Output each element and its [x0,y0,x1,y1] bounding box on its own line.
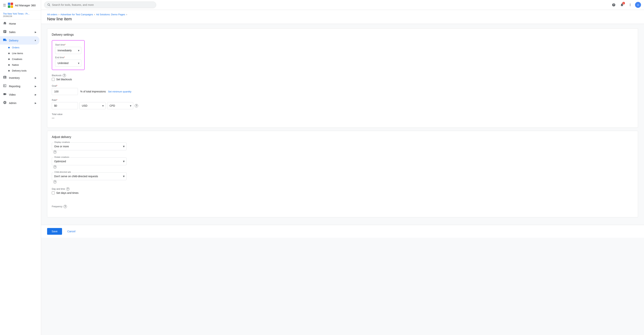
day-time-checkbox-label[interactable]: Set days and times [56,191,78,194]
blackouts-help-icon[interactable]: ? [62,74,66,77]
sidebar-subitem-native-label: Native [12,63,19,66]
sidebar-item-sales-label: Sales [9,31,16,34]
goal-suffix: % of total impressions [80,90,106,93]
day-time-help-icon[interactable]: ? [66,187,70,191]
child-directed-select[interactable]: Don't serve on child-directed requests S… [52,172,126,180]
account-id: 29390238 [3,15,38,17]
day-time-field-group: Day and time ? Set days and times [52,187,126,197]
currency-select[interactable]: USD EUR GBP [80,102,106,109]
reporting-icon [3,84,7,88]
breadcrumb-all-orders[interactable]: All orders [47,13,57,16]
admin-expand-icon: ▶ [35,102,36,104]
video-icon [3,92,7,97]
search-input[interactable] [52,3,153,6]
sidebar-item-delivery[interactable]: Delivery ▼ [0,36,40,45]
rate-help-icon[interactable]: ? [135,104,138,107]
svg-rect-1 [11,2,13,5]
rotate-creatives-label: Rotate creatives [54,156,70,158]
page-title: New line item [47,17,638,21]
rate-input[interactable] [52,102,78,109]
end-time-field-group: End time* Unlimited Custom ▾ [55,56,81,67]
goal-field-group: Goal* % of total impressions Set minimum… [52,85,633,95]
blackouts-label: Blackouts ? [52,74,633,77]
child-directed-help-icon[interactable]: ? [53,180,57,184]
line-items-dot [8,53,10,54]
help-button[interactable] [610,1,617,8]
creatives-dot [8,58,10,60]
breadcrumb-sep-1: › [58,13,60,16]
sidebar-subitem-orders-label: Orders [12,46,20,49]
sidebar-subitem-orders[interactable]: Orders [0,45,40,50]
orders-dot [8,47,10,48]
page-header: All orders › Advertiser for Test Campaig… [41,10,644,24]
inventory-icon [3,75,7,80]
sidebar-subitem-line-items-label: Line items [12,52,23,55]
rate-type-select[interactable]: CPD CPM CPC CPv vCPM Fixed [107,102,133,109]
sales-expand-icon: ▶ [35,31,36,33]
sidebar-item-delivery-label: Delivery [9,39,18,42]
sidebar-item-home[interactable]: Home [0,19,40,28]
sidebar-item-sales[interactable]: Sales ▶ [0,28,40,36]
search-icon [47,3,50,6]
blackouts-checkbox-label[interactable]: Set blackouts [56,78,72,81]
day-time-checkbox[interactable] [52,191,55,194]
sidebar-subitem-creatives[interactable]: Creatives [0,56,40,62]
set-minimum-quantity-link[interactable]: Set minimum quantity [108,90,132,93]
reporting-expand-icon: ▶ [35,85,36,88]
topbar-actions: 3 A [610,1,641,8]
blackouts-checkbox[interactable] [52,78,55,81]
blackouts-checkbox-row: Set blackouts [52,78,633,81]
breadcrumb-ad-solutions[interactable]: Ad Solutions: Demo Pages [96,13,125,16]
menu-icon[interactable]: ☰ [3,3,6,7]
more-options-button[interactable] [627,1,634,8]
save-button[interactable]: Save [47,228,62,235]
notifications-button[interactable]: 3 [618,1,625,8]
display-creatives-help-icon[interactable]: ? [53,150,57,154]
frequency-field-group: Frequency ? [52,205,126,209]
delivery-tools-dot [8,70,10,71]
breadcrumb-advertiser[interactable]: Advertiser for Test Campaigns [60,13,93,16]
rate-type-select-wrapper: CPD CPM CPC CPv vCPM Fixed ▾ [107,102,133,109]
frequency-label: Frequency ? [52,205,126,208]
notification-badge: 3 [622,2,625,4]
end-time-select[interactable]: Unlimited Custom [55,59,81,67]
child-directed-ads-field: Child-directed ads Don't serve on child-… [52,172,126,184]
form-footer: Save Cancel [41,225,644,238]
rotate-creatives-help-icon[interactable]: ? [53,165,57,169]
breadcrumb: All orders › Advertiser for Test Campaig… [47,13,638,16]
svg-rect-3 [11,5,13,8]
start-time-select-wrapper: Immediately Custom ▾ [55,47,81,54]
sidebar-item-reporting[interactable]: Reporting ▶ [0,82,40,90]
rate-row: USD EUR GBP ▾ CPD CPM CPC CPv [52,102,633,109]
sidebar-subitem-line-items[interactable]: Line items [0,50,40,56]
sidebar-subitem-delivery-tools[interactable]: Delivery tools [0,68,40,74]
frequency-help-icon[interactable]: ? [64,205,67,208]
search-bar[interactable] [44,1,156,8]
sidebar-item-inventory[interactable]: Inventory ▶ [0,74,40,82]
svg-rect-0 [8,2,10,5]
cancel-button[interactable]: Cancel [64,228,78,235]
start-time-select[interactable]: Immediately Custom [55,47,81,54]
sidebar-item-admin[interactable]: Admin ▶ [0,99,40,107]
goal-input[interactable] [52,88,78,95]
day-time-checkbox-row: Set days and times [52,191,126,194]
rotate-creatives-select[interactable]: Optimized Evenly Weighted Sequential [52,157,126,165]
native-dot [8,64,10,66]
main-content: 3 A All orders › Advertiser for Test Cam… [41,0,644,335]
sidebar-item-home-label: Home [9,22,16,25]
total-value-label: Total value [52,113,633,116]
topbar: 3 A [41,0,644,10]
sidebar-subitem-native[interactable]: Native [0,62,40,68]
sidebar-item-video[interactable]: Video ▶ [0,90,40,99]
account-name: The New York Times - Pr... [3,12,38,15]
rate-field-group: Rate* USD EUR GBP ▾ [52,99,633,109]
avatar[interactable]: A [635,2,641,8]
blackouts-field-group: Blackouts ? Set blackouts [52,74,633,81]
adjust-delivery-title: Adjust delivery [52,135,633,139]
sidebar-header: ☰ Ad Manager 360 [0,0,41,11]
display-creatives-select[interactable]: One or more As many as possible Only one [52,142,126,150]
delivery-icon [3,38,7,43]
breadcrumb-sep-3: › [126,13,127,16]
total-value-field-group: Total value — [52,113,633,119]
form-content: Delivery settings Start time* Immediatel… [41,24,644,225]
